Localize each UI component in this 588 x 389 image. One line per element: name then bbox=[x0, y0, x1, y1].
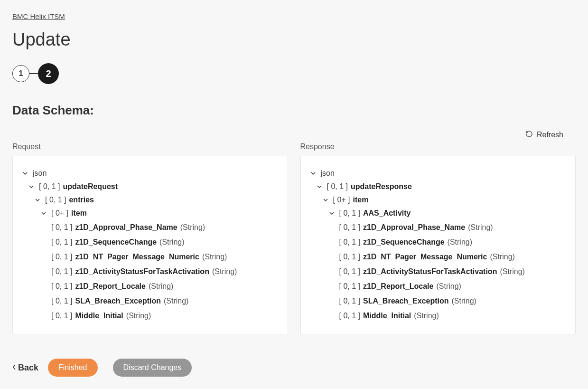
leaf-name: Middle_Initial bbox=[363, 311, 411, 321]
tree-node-name[interactable]: entries bbox=[69, 195, 93, 205]
cardinality: [ 0, 1 ] bbox=[339, 222, 360, 233]
refresh-label: Refresh bbox=[537, 131, 563, 139]
cardinality: [ 0, 1 ] bbox=[339, 237, 360, 247]
step-connector bbox=[29, 73, 38, 74]
chevron-down-icon[interactable] bbox=[22, 171, 30, 176]
leaf-type: (String) bbox=[500, 266, 524, 277]
request-label: Request bbox=[12, 142, 288, 151]
tree-leaf[interactable]: [ 0, 1 ] z1D_SequenceChange (String) bbox=[339, 235, 566, 249]
leaf-type: (String) bbox=[126, 311, 151, 321]
cardinality: [ 0, 1 ] bbox=[51, 252, 72, 262]
chevron-down-icon[interactable] bbox=[317, 184, 324, 190]
leaf-type: (String) bbox=[451, 296, 476, 306]
chevron-down-icon[interactable] bbox=[323, 197, 330, 203]
leaf-name: z1D_ActivityStatusForTaskActivation bbox=[363, 266, 497, 277]
leaf-type: (String) bbox=[468, 222, 493, 233]
cardinality: [ 0, 1 ] bbox=[339, 281, 360, 292]
response-label: Response bbox=[300, 142, 576, 151]
tree-leaf[interactable]: [ 0, 1 ] z1D_Report_Locale (String) bbox=[339, 279, 566, 294]
cardinality: [ 0, 1 ] bbox=[51, 237, 72, 247]
chevron-down-icon[interactable] bbox=[35, 197, 42, 203]
chevron-down-icon[interactable] bbox=[41, 210, 48, 216]
cardinality: [ 0, 1 ] bbox=[51, 266, 72, 277]
leaf-type: (String) bbox=[159, 237, 184, 247]
chevron-down-icon[interactable] bbox=[329, 210, 336, 216]
discard-button[interactable]: Discard Changes bbox=[113, 359, 192, 377]
tree-leaf[interactable]: [ 0, 1 ] z1D_Approval_Phase_Name (String… bbox=[51, 220, 278, 235]
leaf-name: z1D_SequenceChange bbox=[75, 237, 157, 247]
leaf-type: (String) bbox=[180, 222, 205, 233]
leaf-type: (String) bbox=[149, 281, 173, 292]
leaf-type: (String) bbox=[490, 252, 514, 262]
breadcrumb-link[interactable]: BMC Helix ITSM bbox=[12, 12, 65, 20]
cardinality: [ 0, 1 ] bbox=[339, 252, 360, 262]
tree-leaf[interactable]: [ 0, 1 ] z1D_ActivityStatusForTaskActiva… bbox=[51, 264, 278, 279]
cardinality: [ 0+ ] bbox=[51, 208, 68, 218]
leaf-name: z1D_Report_Locale bbox=[363, 281, 434, 292]
leaf-name: z1D_Approval_Phase_Name bbox=[363, 222, 465, 233]
leaf-name: z1D_NT_Pager_Message_Numeric bbox=[75, 252, 199, 262]
cardinality: [ 0, 1 ] bbox=[327, 181, 348, 192]
cardinality: [ 0, 1 ] bbox=[51, 222, 72, 233]
request-panel: json [ 0, 1 ] updateRequest [ 0, 1 ] bbox=[12, 156, 288, 334]
tree-leaf[interactable]: [ 0, 1 ] SLA_Breach_Exception (String) bbox=[339, 294, 566, 308]
leaf-name: Middle_Initial bbox=[75, 311, 123, 321]
response-leaves: [ 0, 1 ] z1D_Approval_Phase_Name (String… bbox=[329, 220, 566, 323]
finished-button[interactable]: Finished bbox=[48, 359, 97, 377]
tree-leaf[interactable]: [ 0, 1 ] z1D_NT_Pager_Message_Numeric (S… bbox=[51, 249, 278, 264]
back-button[interactable]: Back bbox=[12, 363, 38, 373]
tree-node-name[interactable]: updateRequest bbox=[63, 181, 118, 192]
leaf-type: (String) bbox=[202, 252, 227, 262]
tree-leaf[interactable]: [ 0, 1 ] z1D_SequenceChange (String) bbox=[51, 235, 278, 249]
tree-node-name[interactable]: AAS_Activity bbox=[363, 208, 411, 218]
cardinality: [ 0, 1 ] bbox=[339, 208, 360, 218]
leaf-type: (String) bbox=[436, 281, 461, 292]
leaf-name: z1D_Approval_Phase_Name bbox=[75, 222, 177, 233]
step-2[interactable]: 2 bbox=[38, 63, 59, 84]
request-leaves: [ 0, 1 ] z1D_Approval_Phase_Name (String… bbox=[41, 220, 278, 323]
tree-node-name[interactable]: item bbox=[71, 208, 87, 218]
leaf-name: z1D_NT_Pager_Message_Numeric bbox=[363, 252, 487, 262]
cardinality: [ 0, 1 ] bbox=[51, 311, 72, 321]
page-title: Update bbox=[12, 29, 576, 50]
refresh-button[interactable]: Refresh bbox=[525, 130, 563, 140]
leaf-name: z1D_Report_Locale bbox=[75, 281, 146, 292]
tree-leaf[interactable]: [ 0, 1 ] z1D_NT_Pager_Message_Numeric (S… bbox=[339, 249, 566, 264]
cardinality: [ 0, 1 ] bbox=[339, 266, 360, 277]
leaf-name: z1D_ActivityStatusForTaskActivation bbox=[75, 266, 209, 277]
leaf-name: SLA_Breach_Exception bbox=[75, 296, 161, 306]
leaf-type: (String) bbox=[448, 237, 472, 247]
cardinality: [ 0, 1 ] bbox=[339, 296, 360, 306]
leaf-name: z1D_SequenceChange bbox=[363, 237, 445, 247]
chevron-left-icon bbox=[12, 363, 16, 373]
tree-node-name[interactable]: item bbox=[353, 195, 369, 205]
footer: Back Finished Discard Changes bbox=[0, 353, 588, 389]
tree-leaf[interactable]: [ 0, 1 ] Middle_Initial (String) bbox=[339, 308, 566, 323]
leaf-type: (String) bbox=[212, 266, 237, 277]
cardinality: [ 0, 1 ] bbox=[39, 181, 60, 192]
chevron-down-icon[interactable] bbox=[28, 184, 36, 190]
step-1[interactable]: 1 bbox=[12, 65, 29, 82]
tree-leaf[interactable]: [ 0, 1 ] z1D_Report_Locale (String) bbox=[51, 279, 278, 294]
leaf-type: (String) bbox=[164, 296, 188, 306]
leaf-type: (String) bbox=[414, 311, 439, 321]
tree-leaf[interactable]: [ 0, 1 ] SLA_Breach_Exception (String) bbox=[51, 294, 278, 308]
stepper: 1 2 bbox=[12, 63, 576, 84]
cardinality: [ 0, 1 ] bbox=[45, 195, 66, 205]
tree-root[interactable]: json bbox=[321, 168, 335, 179]
response-panel: json [ 0, 1 ] updateResponse [ 0+ ] bbox=[300, 156, 576, 334]
cardinality: [ 0, 1 ] bbox=[51, 281, 72, 292]
tree-leaf[interactable]: [ 0, 1 ] Middle_Initial (String) bbox=[51, 308, 278, 323]
tree-leaf[interactable]: [ 0, 1 ] z1D_Approval_Phase_Name (String… bbox=[339, 220, 566, 235]
cardinality: [ 0+ ] bbox=[333, 195, 350, 205]
chevron-down-icon[interactable] bbox=[310, 171, 318, 176]
leaf-name: SLA_Breach_Exception bbox=[363, 296, 449, 306]
cardinality: [ 0, 1 ] bbox=[51, 296, 72, 306]
tree-root[interactable]: json bbox=[33, 168, 47, 179]
tree-leaf[interactable]: [ 0, 1 ] z1D_ActivityStatusForTaskActiva… bbox=[339, 264, 566, 279]
back-label: Back bbox=[18, 363, 38, 373]
tree-node-name[interactable]: updateResponse bbox=[351, 181, 412, 192]
section-title: Data Schema: bbox=[12, 103, 576, 118]
cardinality: [ 0, 1 ] bbox=[339, 311, 360, 321]
refresh-icon bbox=[525, 130, 533, 140]
